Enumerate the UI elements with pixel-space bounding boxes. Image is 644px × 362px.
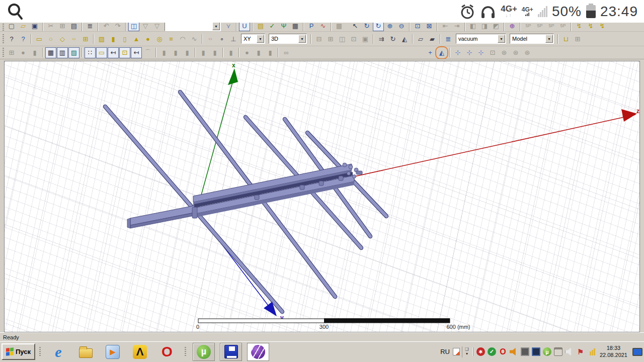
view-mode-combobox[interactable]: 3D▼ (269, 34, 307, 44)
dropdown-arrow-icon[interactable]: ▼ (498, 35, 505, 43)
duplicate-mirror-button[interactable]: ◭ (399, 33, 410, 44)
toolbar-grip[interactable] (3, 34, 4, 44)
orbit-view-button[interactable]: ⊕ (507, 23, 518, 31)
lambda-app-icon[interactable]: Λ (129, 343, 151, 361)
dropdown-arrow-icon[interactable]: ▼ (298, 35, 306, 43)
selection-frame-button[interactable]: ⊡ (487, 47, 498, 58)
draw-circle-button[interactable]: ○ (45, 33, 56, 44)
toolbar-grip[interactable] (185, 347, 186, 356)
save-file-button[interactable]: ▣ (29, 23, 40, 31)
speed-preset-4-button[interactable]: 5P (557, 23, 569, 31)
draw-polyline-button[interactable]: ∿ (189, 33, 200, 44)
move-z-button[interactable]: ⊹ (475, 47, 487, 58)
usb-safely-remove-icon[interactable]: ✓ (488, 347, 496, 356)
utorrent-window-button[interactable]: µ (193, 343, 215, 361)
toolbar-grip[interactable] (3, 48, 4, 57)
context-help-button[interactable]: ? (18, 33, 29, 44)
select-pointer-button[interactable]: ↖ (350, 23, 361, 31)
draw-torus-button[interactable]: ◎ (154, 33, 165, 44)
animate-mirror-button[interactable]: ◩ (491, 23, 502, 31)
draw-box-button[interactable]: ▧ (96, 33, 107, 44)
plane-view-button[interactable]: ▽ (151, 23, 163, 31)
manipulate-3-button[interactable]: ⊛ (522, 47, 533, 58)
power-plug-icon[interactable] (554, 347, 562, 356)
display-settings-icon[interactable] (521, 347, 529, 356)
speed-preset-1-button[interactable]: 5P (523, 23, 534, 31)
link-objects-button[interactable]: ∞ (281, 47, 292, 58)
draw-ellipse-button[interactable]: ○ (68, 33, 79, 44)
draw-tube-button[interactable]: ▯ (119, 33, 130, 44)
sync-tray-icon[interactable] (453, 348, 460, 355)
snap-edge-button[interactable]: ↤ (131, 47, 142, 58)
draw-cylinder-button[interactable]: ▮ (108, 33, 119, 44)
undo-button[interactable]: ↶ (101, 23, 112, 31)
modeler-tool-2-button[interactable]: ▮ (170, 47, 181, 58)
tray-expand-button[interactable]: ❑ ▾ (462, 346, 470, 357)
opera-icon[interactable]: O (156, 343, 178, 361)
action-center-flag-icon[interactable]: ⚑ (576, 347, 585, 356)
duplicate-around-axis-button[interactable]: ↻ (387, 33, 398, 44)
internet-explorer-icon[interactable]: e (47, 343, 69, 361)
file-manager-window-button[interactable] (220, 343, 242, 361)
modeler-tool-8-button[interactable]: ▮ (253, 47, 264, 58)
snap-tool-2-button[interactable]: ↯ (585, 23, 596, 31)
show-ruler-button[interactable]: ▥ (57, 47, 68, 58)
solid-view-button[interactable]: ◫ (128, 23, 139, 31)
animate-pause-button[interactable]: ◨ (479, 23, 490, 31)
align-center-button[interactable]: ⊞ (325, 33, 336, 44)
open-file-button[interactable]: ▱ (18, 23, 29, 31)
validate-button[interactable]: ✓ (267, 23, 278, 31)
fit-all-button[interactable]: ⊠ (424, 23, 435, 31)
analyze-button[interactable]: Ψ (278, 23, 289, 31)
modeler-tool-7-button[interactable]: ● (242, 47, 253, 58)
copy-button[interactable]: ⊞ (57, 23, 68, 31)
draw-arc-button[interactable]: ⌒ (142, 47, 153, 58)
list-view-button[interactable]: ▦ (334, 23, 345, 31)
snap-settings-button[interactable]: ∷ (85, 47, 96, 58)
orientation-compass-button[interactable]: ◭ (436, 47, 447, 58)
render-shaded-button[interactable]: ▨ (68, 47, 79, 58)
working-cs-button[interactable]: + (425, 47, 436, 58)
results-button[interactable]: ▦ (290, 23, 301, 31)
radiation-plot-button[interactable]: ∿ (317, 23, 329, 31)
network-signal-icon[interactable] (587, 347, 596, 356)
start-button[interactable]: Пуск (2, 343, 35, 360)
wire-view-button[interactable]: ▽ (140, 23, 151, 31)
cut-button[interactable]: ✂ (45, 23, 56, 31)
modeler-tool-3-button[interactable]: ▮ (182, 47, 193, 58)
rotate-model-button[interactable]: ↻ (361, 23, 372, 31)
move-xy-button[interactable]: ⊹ (464, 47, 475, 58)
boolean-unite-button[interactable]: ▰ (427, 33, 438, 44)
new-file-button[interactable]: ▢ (6, 23, 17, 31)
previous-view-button[interactable]: ⇤ (440, 23, 451, 31)
graphics-tray-icon[interactable] (532, 347, 540, 356)
next-view-button[interactable]: ⇥ (451, 23, 462, 31)
drawing-plane-combobox[interactable]: XY▼ (241, 34, 265, 44)
group-cylinder-button[interactable]: ▮ (29, 47, 40, 58)
dropdown-arrow-icon[interactable]: ▼ (257, 35, 264, 43)
analysis-setup-button[interactable]: ▤ (255, 23, 266, 31)
draw-point-button[interactable]: ∘ (216, 33, 227, 44)
dropdown-arrow-icon[interactable]: ▼ (212, 23, 220, 30)
open-region-button[interactable]: ⊔ (560, 33, 572, 44)
language-indicator[interactable]: RU (439, 348, 451, 355)
manipulate-2-button[interactable]: ⊛ (510, 47, 521, 58)
media-player-icon[interactable]: ▶ (102, 343, 124, 361)
speed-preset-2-button[interactable]: 5P (534, 23, 545, 31)
file-explorer-icon[interactable] (74, 343, 97, 361)
boolean-subtract-button[interactable]: ▱ (415, 33, 426, 44)
modeler-tool-4-button[interactable]: ▮ (198, 47, 209, 58)
toolbar-grip[interactable] (3, 23, 4, 31)
redo-button[interactable]: ↷ (112, 23, 123, 31)
dropdown-arrow-icon[interactable]: ▼ (545, 35, 553, 43)
align-top-button[interactable]: ⊡ (348, 33, 359, 44)
toolbar-grip[interactable] (39, 347, 41, 356)
volume-mixer-icon[interactable] (510, 347, 518, 356)
material-combobox[interactable]: vacuum▼ (456, 34, 506, 44)
show-desktop-button[interactable] (632, 348, 642, 356)
snap-vertex-button[interactable]: ↤ (108, 47, 119, 58)
modeler-tool-9-button[interactable]: ▮ (265, 47, 276, 58)
paste-special-button[interactable]: ⊞ (6, 47, 17, 58)
tray-clock[interactable]: 18:33 22.08.2021 (598, 345, 629, 359)
move-x-button[interactable]: ⊹ (452, 47, 463, 58)
